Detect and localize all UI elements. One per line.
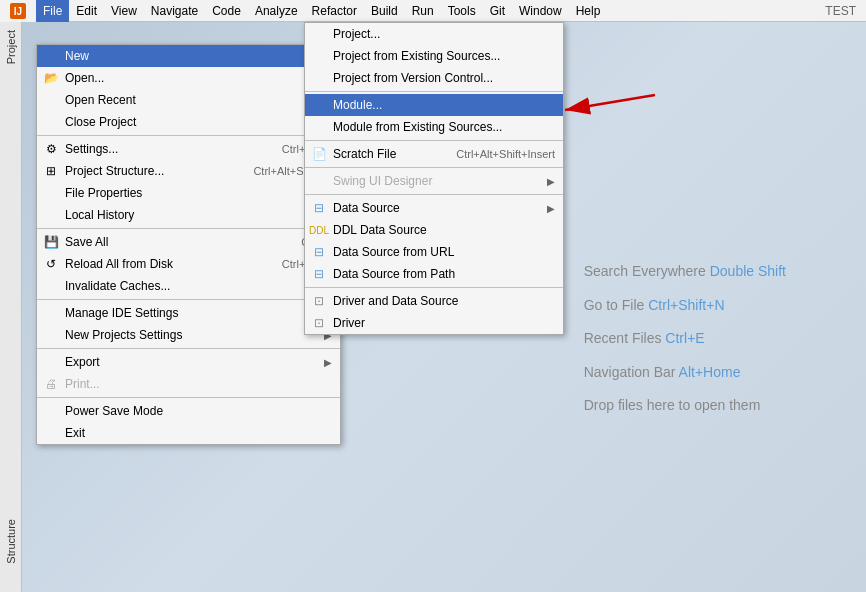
menu-item-print[interactable]: 🖨 Print... bbox=[37, 373, 340, 395]
menu-analyze[interactable]: Analyze bbox=[248, 0, 305, 22]
test-label: TEST bbox=[825, 4, 866, 18]
menu-item-new[interactable]: New ▶ bbox=[37, 45, 340, 67]
menu-tools[interactable]: Tools bbox=[441, 0, 483, 22]
new-submenu: Project... Project from Existing Sources… bbox=[304, 22, 564, 335]
separator-1 bbox=[37, 135, 340, 136]
scratch-icon: 📄 bbox=[311, 146, 327, 162]
new-submenu-project[interactable]: Project... bbox=[305, 23, 563, 45]
menu-item-manage-ide[interactable]: Manage IDE Settings ▶ bbox=[37, 302, 340, 324]
separator-3 bbox=[37, 299, 340, 300]
driver-ds-icon: ⊡ bbox=[311, 293, 327, 309]
new-sep-3 bbox=[305, 167, 563, 168]
new-submenu-project-existing[interactable]: Project from Existing Sources... bbox=[305, 45, 563, 67]
gear-icon: ⚙ bbox=[43, 141, 59, 157]
url-icon: ⊟ bbox=[311, 244, 327, 260]
driver-icon: ⊡ bbox=[311, 315, 327, 331]
new-submenu-driver[interactable]: ⊡ Driver bbox=[305, 312, 563, 334]
print-icon: 🖨 bbox=[43, 376, 59, 392]
new-submenu-module[interactable]: Module... bbox=[305, 94, 563, 116]
menu-help[interactable]: Help bbox=[569, 0, 608, 22]
new-submenu-data-source-path[interactable]: ⊟ Data Source from Path bbox=[305, 263, 563, 285]
new-sep-5 bbox=[305, 287, 563, 288]
ddl-icon: DDL bbox=[311, 222, 327, 238]
svg-text:IJ: IJ bbox=[14, 6, 22, 17]
shortcut-drop-files: Drop files here to open them bbox=[584, 396, 786, 416]
menu-git[interactable]: Git bbox=[483, 0, 512, 22]
menu-navigate[interactable]: Navigate bbox=[144, 0, 205, 22]
path-icon: ⊟ bbox=[311, 266, 327, 282]
arrow-indicator bbox=[545, 90, 665, 133]
datasource-icon: ⊟ bbox=[311, 200, 327, 216]
menu-item-file-properties[interactable]: File Properties ▶ bbox=[37, 182, 340, 204]
menu-item-open-recent[interactable]: Open Recent ▶ bbox=[37, 89, 340, 111]
file-menu: New ▶ 📂 Open... Open Recent ▶ Close Proj… bbox=[36, 44, 341, 445]
menu-item-reload-all[interactable]: ↺ Reload All from Disk Ctrl+Alt+Y bbox=[37, 253, 340, 275]
menu-code[interactable]: Code bbox=[205, 0, 248, 22]
separator-5 bbox=[37, 397, 340, 398]
separator-2 bbox=[37, 228, 340, 229]
shortcuts-area: Search Everywhere Double Shift Go to Fil… bbox=[584, 262, 786, 430]
menu-item-save-all[interactable]: 💾 Save All Ctrl+S bbox=[37, 231, 340, 253]
submenu-arrow-swing: ▶ bbox=[547, 176, 555, 187]
menu-build[interactable]: Build bbox=[364, 0, 405, 22]
new-sep-2 bbox=[305, 140, 563, 141]
shortcut-nav-bar: Navigation Bar Alt+Home bbox=[584, 363, 786, 383]
menu-item-exit[interactable]: Exit bbox=[37, 422, 340, 444]
save-icon: 💾 bbox=[43, 234, 59, 250]
menu-item-settings[interactable]: ⚙ Settings... Ctrl+Alt+S bbox=[37, 138, 340, 160]
shortcut-recent-files: Recent Files Ctrl+E bbox=[584, 329, 786, 349]
new-submenu-module-existing[interactable]: Module from Existing Sources... bbox=[305, 116, 563, 138]
new-submenu-scratch-file[interactable]: 📄 Scratch File Ctrl+Alt+Shift+Insert bbox=[305, 143, 563, 165]
sidebar-tab-structure[interactable]: Structure bbox=[3, 511, 19, 572]
menu-item-new-projects-settings[interactable]: New Projects Settings ▶ bbox=[37, 324, 340, 346]
submenu-arrow-datasource: ▶ bbox=[547, 203, 555, 214]
menu-item-power-save[interactable]: Power Save Mode bbox=[37, 400, 340, 422]
menu-view[interactable]: View bbox=[104, 0, 144, 22]
new-label: New bbox=[65, 49, 89, 63]
new-sep-4 bbox=[305, 194, 563, 195]
folder-icon: 📂 bbox=[43, 70, 59, 86]
menubar: IJ File Edit View Navigate Code Analyze … bbox=[0, 0, 866, 22]
shortcut-goto-file: Go to File Ctrl+Shift+N bbox=[584, 296, 786, 316]
separator-4 bbox=[37, 348, 340, 349]
submenu-arrow-export: ▶ bbox=[324, 357, 332, 368]
menu-item-project-structure[interactable]: ⊞ Project Structure... Ctrl+Alt+Shift+S bbox=[37, 160, 340, 182]
menu-window[interactable]: Window bbox=[512, 0, 569, 22]
new-submenu-ddl-data-source[interactable]: DDL DDL Data Source bbox=[305, 219, 563, 241]
menu-item-export[interactable]: Export ▶ bbox=[37, 351, 340, 373]
menu-refactor[interactable]: Refactor bbox=[305, 0, 364, 22]
menu-item-open[interactable]: 📂 Open... bbox=[37, 67, 340, 89]
menu-edit[interactable]: Edit bbox=[69, 0, 104, 22]
sidebar: Project Structure bbox=[0, 22, 22, 592]
menu-item-local-history[interactable]: Local History ▶ bbox=[37, 204, 340, 226]
sidebar-tab-project[interactable]: Project bbox=[3, 22, 19, 72]
new-submenu-data-source[interactable]: ⊟ Data Source ▶ bbox=[305, 197, 563, 219]
new-submenu-swing-ui[interactable]: Swing UI Designer ▶ bbox=[305, 170, 563, 192]
reload-icon: ↺ bbox=[43, 256, 59, 272]
new-submenu-data-source-url[interactable]: ⊟ Data Source from URL bbox=[305, 241, 563, 263]
new-submenu-driver-data-source[interactable]: ⊡ Driver and Data Source bbox=[305, 290, 563, 312]
menu-item-close-project[interactable]: Close Project bbox=[37, 111, 340, 133]
structure-icon: ⊞ bbox=[43, 163, 59, 179]
app-icon: IJ bbox=[0, 0, 36, 22]
shortcut-search: Search Everywhere Double Shift bbox=[584, 262, 786, 282]
main-area: Project Structure Search Everywhere Doub… bbox=[0, 22, 866, 592]
menu-run[interactable]: Run bbox=[405, 0, 441, 22]
menu-item-invalidate-caches[interactable]: Invalidate Caches... bbox=[37, 275, 340, 297]
new-submenu-project-vcs[interactable]: Project from Version Control... bbox=[305, 67, 563, 89]
new-sep-1 bbox=[305, 91, 563, 92]
menu-file[interactable]: File bbox=[36, 0, 69, 22]
